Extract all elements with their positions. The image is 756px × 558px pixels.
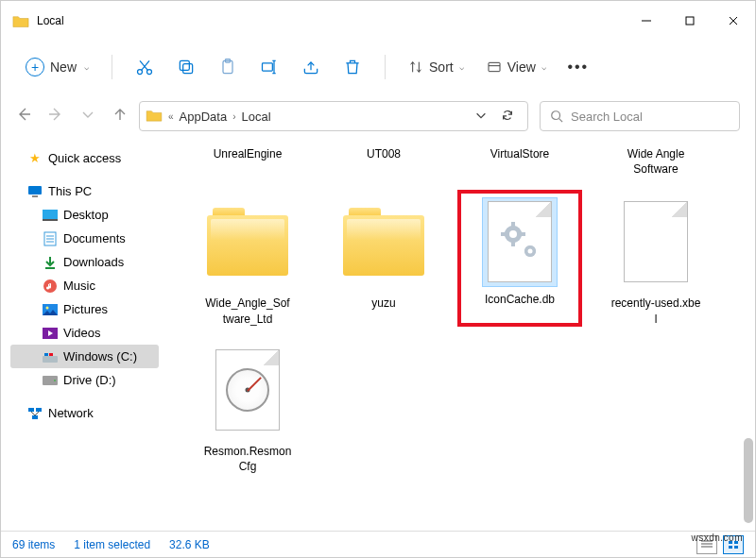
titlebar: Local [1,1,755,41]
svg-rect-39 [28,408,34,412]
sort-button[interactable]: Sort ⌵ [399,50,473,84]
svg-point-44 [505,226,522,243]
sidebar-pictures[interactable]: Pictures [10,297,159,321]
maximize-button[interactable] [668,1,712,41]
paste-button[interactable] [209,48,247,86]
sidebar-item-label: Music [63,279,95,293]
svg-point-51 [528,249,533,254]
share-button[interactable] [292,48,330,86]
address-dropdown[interactable] [474,109,488,125]
status-size: 32.6 KB [169,538,210,551]
svg-rect-8 [183,64,193,74]
sort-label: Sort [429,59,454,75]
sidebar-downloads[interactable]: Downloads [10,250,159,274]
cut-button[interactable] [126,48,163,86]
sidebar-quick-access[interactable]: ★ Quick access [10,146,159,170]
svg-line-43 [35,412,39,415]
forward-button[interactable] [48,107,63,126]
address-bar[interactable]: « AppData › Local [139,101,528,131]
sidebar-this-pc[interactable]: This PC [10,179,159,203]
drive-icon [43,349,58,364]
svg-rect-48 [501,232,506,236]
view-label: View [507,59,536,75]
svg-rect-57 [729,546,732,549]
sidebar-item-label: This PC [48,184,92,198]
svg-rect-22 [32,195,38,197]
folder-item[interactable]: UnrealEngine [185,144,310,178]
chevron-right-icon: › [232,111,235,122]
documents-icon [43,231,58,246]
file-item[interactable]: Resmon.ResmonCfg [185,338,310,474]
folder-item[interactable]: yuzu [321,190,446,326]
sidebar-documents[interactable]: Documents [10,227,159,250]
content-pane[interactable]: UnrealEngine UT008 VirtualStore Wide Ang… [166,139,755,531]
refresh-button[interactable] [501,109,514,125]
sidebar-videos[interactable]: Videos [10,321,159,345]
folder-item[interactable]: VirtualStore [457,144,582,178]
folder-icon [146,109,163,125]
svg-rect-35 [44,353,48,356]
network-icon [27,406,43,421]
nav-arrows [16,107,128,126]
chevron-down-icon: ⌵ [84,62,89,72]
item-grid: UnrealEngine UT008 VirtualStore Wide Ang… [185,144,751,474]
back-button[interactable] [16,107,31,126]
statusbar: 69 items 1 item selected 32.6 KB [1,531,755,557]
scrollbar[interactable] [740,139,753,531]
breadcrumb-overflow[interactable]: « [168,111,174,122]
svg-rect-34 [43,356,58,363]
folder-icon [12,14,29,27]
sidebar-music[interactable]: Music [10,274,159,297]
breadcrumb-local[interactable]: Local [242,110,271,124]
sidebar-desktop[interactable]: Desktop [10,203,159,227]
recent-dropdown[interactable] [80,107,95,126]
breadcrumb-appdata[interactable]: AppData [180,110,228,124]
separator [385,55,386,79]
music-icon [43,279,58,294]
svg-rect-1 [686,17,694,25]
svg-line-6 [142,60,149,70]
svg-rect-17 [489,62,500,71]
search-placeholder: Search Local [571,110,643,124]
svg-point-50 [524,245,536,257]
search-input[interactable]: Search Local [540,101,740,131]
chevron-down-icon: ⌵ [541,62,546,72]
svg-rect-49 [521,232,525,236]
rename-button[interactable] [250,48,288,86]
file-item[interactable]: recently-used.xbel [593,190,718,326]
sidebar-drive-d[interactable]: Drive (D:) [10,368,159,392]
up-button[interactable] [112,107,128,126]
close-button[interactable] [712,1,755,41]
drive-icon [43,373,58,388]
toolbar: + New ⌵ Sort ⌵ View ⌵ ••• [1,41,755,93]
sort-icon [408,59,423,75]
desktop-icon [43,208,58,223]
new-button-label: New [50,59,77,75]
svg-rect-24 [43,219,58,221]
sidebar-item-label: Documents [63,231,126,245]
copy-button[interactable] [167,48,205,86]
folder-item[interactable]: Wide_Angle_Software_Ltd [185,190,310,326]
file-item-iconcache[interactable]: IconCache.db [457,190,582,326]
folder-icon [343,208,424,276]
more-button[interactable]: ••• [559,48,597,86]
svg-point-32 [46,306,49,309]
svg-rect-21 [28,186,42,194]
delete-button[interactable] [334,48,371,86]
sidebar-windows-c[interactable]: Windows (C:) [10,345,159,368]
scroll-thumb[interactable] [744,438,753,523]
monitor-icon [27,184,43,199]
sidebar-item-label: Pictures [63,302,108,316]
sidebar-item-label: Downloads [63,255,124,269]
minimize-button[interactable] [625,1,668,41]
folder-item[interactable]: UT008 [321,144,446,178]
address-bar-right [474,109,522,125]
status-selected: 1 item selected [74,538,150,551]
sidebar-item-label: Videos [63,326,101,340]
sidebar-network[interactable]: Network [10,401,159,425]
new-button[interactable]: + New ⌵ [16,50,98,84]
view-button[interactable]: View ⌵ [477,50,556,84]
svg-rect-46 [511,222,515,227]
folder-item[interactable]: Wide AngleSoftware [593,144,718,178]
svg-rect-9 [180,60,189,70]
